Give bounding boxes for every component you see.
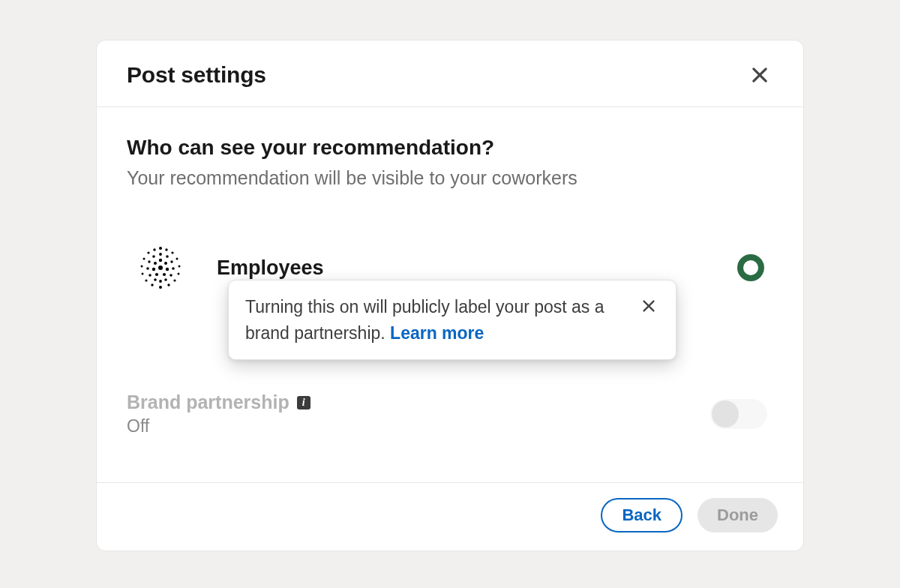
svg-point-8 [178, 266, 181, 268]
svg-point-20 [170, 260, 172, 262]
close-icon [640, 298, 657, 314]
brand-partnership-label-text: Brand partnership [127, 392, 290, 413]
tooltip-text: Turning this on will publicly label your… [245, 294, 638, 346]
visibility-question: Who can see your recommendation? [127, 136, 767, 160]
brand-partnership-tooltip: Turning this on will publicly label your… [228, 280, 676, 360]
svg-point-34 [163, 273, 166, 276]
brand-partnership-label: Brand partnership i [127, 392, 310, 413]
svg-point-26 [164, 278, 167, 281]
svg-point-32 [166, 268, 169, 271]
svg-point-18 [166, 255, 169, 258]
svg-point-1 [153, 248, 155, 250]
svg-point-4 [171, 251, 173, 254]
svg-point-21 [146, 267, 149, 270]
company-icon [134, 242, 187, 294]
modal-close-button[interactable] [746, 62, 773, 88]
svg-point-28 [159, 259, 162, 262]
modal-title: Post settings [127, 62, 266, 88]
brand-partnership-left: Brand partnership i Off [127, 392, 310, 436]
brand-partnership-row: Brand partnership i Off [127, 392, 767, 436]
svg-point-19 [148, 260, 150, 262]
svg-point-10 [178, 273, 180, 275]
svg-point-27 [159, 280, 162, 283]
modal-header: Post settings [97, 40, 803, 107]
svg-point-12 [173, 279, 176, 281]
visibility-subtext: Your recommendation will be visible to y… [127, 167, 767, 189]
svg-point-7 [141, 266, 143, 268]
svg-point-0 [159, 247, 162, 250]
toggle-knob [712, 400, 739, 428]
svg-point-17 [152, 255, 155, 258]
svg-point-16 [159, 253, 162, 256]
svg-point-31 [152, 268, 155, 271]
svg-point-24 [170, 274, 172, 277]
modal-footer: Back Done [97, 483, 803, 550]
svg-point-33 [155, 273, 158, 276]
svg-point-13 [151, 284, 153, 286]
brand-partnership-toggle[interactable] [710, 399, 767, 429]
svg-point-30 [164, 262, 167, 265]
svg-point-2 [165, 248, 167, 250]
option-label: Employees [217, 256, 737, 280]
svg-point-5 [143, 258, 146, 260]
svg-point-14 [167, 284, 170, 286]
tooltip-learn-more-link[interactable]: Learn more [390, 323, 484, 343]
svg-point-23 [148, 274, 152, 277]
modal-body: Who can see your recommendation? Your re… [97, 107, 803, 483]
radio-selected-icon [737, 254, 764, 281]
post-settings-modal: Post settings Who can see your recommend… [97, 40, 803, 550]
svg-point-15 [159, 286, 162, 289]
svg-point-6 [176, 258, 178, 260]
done-button[interactable]: Done [698, 498, 778, 532]
close-icon [749, 64, 770, 86]
tooltip-close-button[interactable] [638, 296, 659, 316]
svg-point-35 [158, 266, 163, 270]
info-icon[interactable]: i [297, 396, 310, 410]
svg-point-11 [145, 279, 147, 281]
svg-point-29 [154, 262, 157, 265]
back-button[interactable]: Back [601, 498, 682, 532]
svg-point-22 [172, 267, 175, 270]
brand-partnership-status: Off [127, 416, 310, 436]
svg-point-25 [154, 278, 157, 281]
svg-point-9 [142, 273, 144, 275]
svg-point-3 [147, 251, 149, 254]
